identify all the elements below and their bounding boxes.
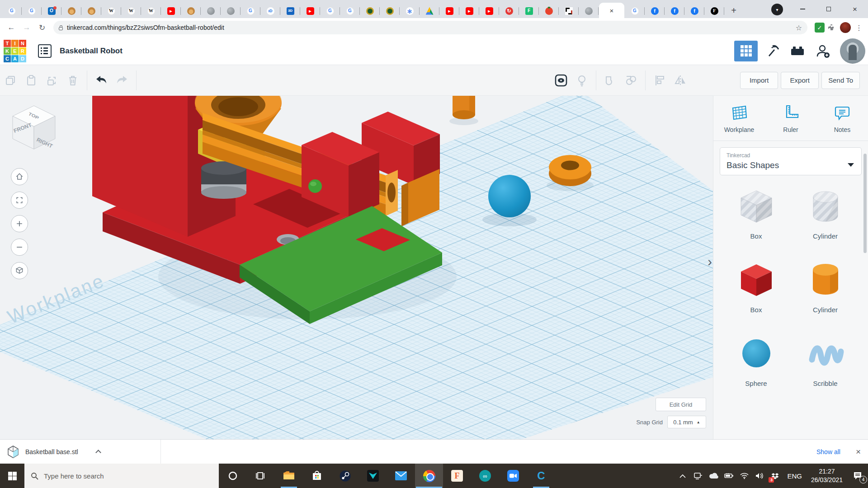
battery-icon[interactable] [721, 464, 736, 488]
paste-button[interactable] [21, 70, 42, 91]
extensions-puzzle-icon[interactable] [826, 23, 836, 33]
pinned-tab[interactable] [380, 4, 400, 18]
dropbox-icon[interactable]: 3 [767, 464, 783, 488]
visibility-button[interactable] [551, 70, 571, 91]
download-chevron-icon[interactable] [95, 450, 101, 455]
browser-profile-avatar[interactable] [840, 22, 851, 33]
pinned-tab[interactable] [420, 4, 439, 18]
pinned-tab[interactable]: f [684, 4, 704, 18]
pinned-tab[interactable]: ∗ [400, 4, 420, 18]
address-bar[interactable]: tinkercad.com/things/bzZ2siwsOfm-basketb… [53, 21, 807, 34]
predator-button[interactable] [359, 464, 387, 488]
pinned-tab[interactable]: ▶ [459, 4, 479, 18]
pinned-tab[interactable]: ▶ [161, 4, 181, 18]
task-view-button[interactable] [247, 464, 275, 488]
cortana-button[interactable] [219, 464, 247, 488]
shape-scribble[interactable]: Scribble [791, 333, 860, 387]
new-tab-button[interactable]: + [727, 4, 741, 17]
blue-sphere[interactable] [488, 175, 531, 217]
close-window-button[interactable]: × [842, 0, 868, 18]
tinkercad-logo[interactable]: T I N K E R C A D [4, 40, 26, 62]
pinned-tab[interactable]: G [320, 4, 340, 18]
ungroup-button[interactable] [621, 70, 642, 91]
show-all-button[interactable] [571, 70, 592, 91]
microsoft-store-button[interactable] [303, 464, 331, 488]
mail-button[interactable] [387, 464, 415, 488]
pinned-tab[interactable]: G [2, 4, 22, 18]
chrome-taskbar-button[interactable] [415, 464, 443, 488]
pinned-tab[interactable]: 3D [280, 4, 300, 18]
bricks-button[interactable] [785, 40, 810, 62]
pinned-tab[interactable]: f [665, 4, 684, 18]
pinned-tab[interactable]: F [519, 4, 539, 18]
forward-button[interactable]: → [20, 21, 33, 34]
cast-icon[interactable] [690, 464, 706, 488]
url-text[interactable]: tinkercad.com/things/bzZ2siwsOfm-basketb… [67, 24, 792, 31]
fusion-360-button[interactable]: F [443, 464, 471, 488]
pinned-tab[interactable] [221, 4, 241, 18]
snap-grid-select[interactable]: 0.1 mm ▲ [667, 416, 706, 428]
pinned-tab[interactable] [181, 4, 201, 18]
arduino-button[interactable]: ∞ [471, 464, 499, 488]
tray-expand-button[interactable] [675, 464, 690, 488]
designs-grid-button[interactable] [734, 41, 758, 61]
taskbar-search[interactable]: Type here to search [24, 464, 219, 488]
pinned-tab[interactable]: G [22, 4, 42, 18]
pinned-tab[interactable]: ıD [260, 4, 280, 18]
pinned-tab[interactable] [559, 4, 579, 18]
shape-hole-box[interactable]: Box [722, 185, 791, 240]
group-button[interactable] [600, 70, 621, 91]
green-knob[interactable] [308, 179, 322, 193]
panel-collapse-arrow[interactable]: › [708, 255, 712, 268]
download-item[interactable]: Basketball base.stl [7, 445, 100, 459]
pinned-tab[interactable] [579, 4, 599, 18]
wifi-icon[interactable] [736, 464, 752, 488]
pinned-tab[interactable]: F [704, 4, 724, 18]
design-title[interactable]: Basketball Robot [60, 47, 123, 56]
steam-button[interactable] [331, 464, 359, 488]
start-button[interactable] [0, 464, 24, 488]
pinned-tab[interactable]: ↻ [499, 4, 519, 18]
shape-orange-cylinder[interactable]: Cylinder [791, 259, 860, 314]
delete-button[interactable] [62, 70, 83, 91]
file-explorer-button[interactable] [275, 464, 303, 488]
pinned-tab[interactable]: G [625, 4, 645, 18]
orange-cylinder-top[interactable] [453, 96, 475, 119]
export-button[interactable]: Export [781, 72, 819, 89]
pinned-tab[interactable]: ▶ [479, 4, 499, 18]
import-button[interactable]: Import [740, 72, 778, 89]
shape-hole-cylinder[interactable]: Cylinder [791, 185, 860, 240]
pinned-tab[interactable]: W [121, 4, 141, 18]
reload-button[interactable]: ↻ [35, 21, 49, 34]
pinned-tab[interactable] [539, 4, 559, 18]
pinned-tab[interactable]: ▶ [439, 4, 459, 18]
language-indicator[interactable]: ENG [783, 472, 807, 480]
user-avatar[interactable] [840, 38, 865, 64]
browser-menu-icon[interactable]: ⋮ [854, 23, 863, 32]
shape-red-box[interactable]: Box [722, 259, 791, 314]
workplane-tool[interactable]: Workplane [713, 96, 765, 141]
minecraft-button[interactable] [760, 40, 785, 62]
view-cube[interactable]: TOP FRONT RIGHT [7, 101, 61, 155]
cura-button[interactable]: C [527, 464, 555, 488]
pinned-tab[interactable] [81, 4, 101, 18]
align-button[interactable] [649, 70, 670, 91]
invite-button[interactable] [810, 40, 835, 62]
redo-button[interactable] [112, 70, 132, 91]
pinned-tab[interactable]: G [241, 4, 260, 18]
download-filename[interactable]: Basketball base.stl [25, 448, 78, 455]
pinned-tab[interactable]: f [645, 4, 665, 18]
mirror-button[interactable] [670, 70, 691, 91]
zoom-in-button[interactable] [11, 215, 28, 232]
tab-close-icon[interactable]: × [610, 7, 614, 14]
orange-torus[interactable] [549, 155, 591, 186]
pinned-tab[interactable]: O [42, 4, 61, 18]
shape-blue-sphere[interactable]: Sphere [722, 333, 791, 387]
volume-icon[interactable] [752, 464, 767, 488]
home-view-button[interactable] [11, 168, 28, 185]
pinned-tab[interactable] [61, 4, 81, 18]
notes-tool[interactable]: Notes [816, 96, 868, 141]
zoom-out-button[interactable] [11, 239, 28, 256]
3d-viewport[interactable]: Workplane [0, 96, 713, 439]
media-controls-button[interactable]: ▾ [771, 4, 783, 15]
